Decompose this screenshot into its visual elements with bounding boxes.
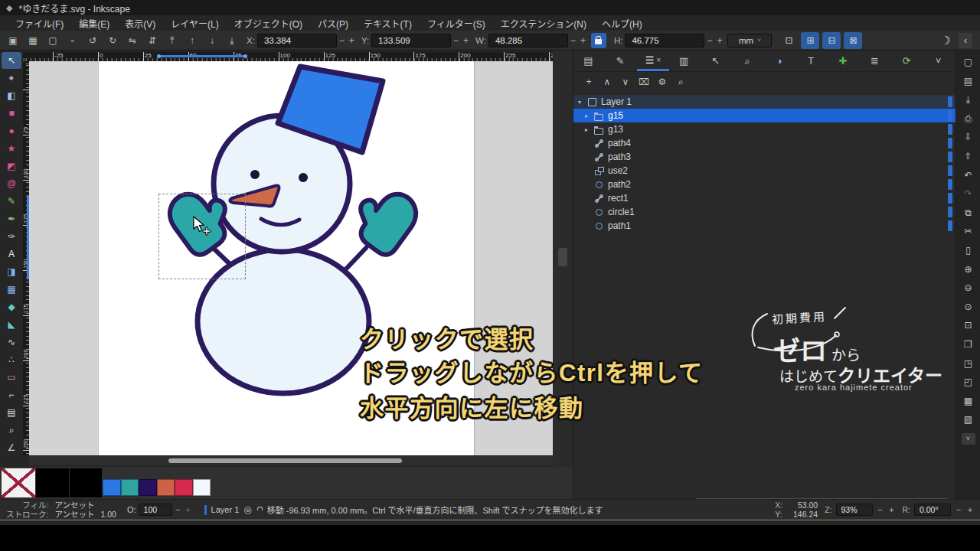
tab-swatches[interactable]: ✎ xyxy=(606,51,638,71)
raise-button[interactable]: ↑ xyxy=(182,33,202,48)
rotation-minus-button[interactable]: − xyxy=(955,505,962,514)
x-plus-button[interactable]: + xyxy=(347,35,357,46)
box-3d-tool[interactable]: ◩ xyxy=(2,158,21,174)
unit-dropdown[interactable]: mm ˅ xyxy=(727,34,772,47)
color-swatch[interactable] xyxy=(157,479,175,496)
menu-file[interactable]: ファイル(F) xyxy=(8,15,71,31)
x-minus-button[interactable]: − xyxy=(337,35,347,46)
star-tool[interactable]: ★ xyxy=(2,140,21,157)
y-minus-button[interactable]: − xyxy=(451,35,461,46)
tab-export[interactable]: ⟳ xyxy=(892,51,924,71)
scale-gradients-toggle[interactable]: ⊟ xyxy=(822,32,841,49)
height-field[interactable]: 46.775 xyxy=(625,34,704,47)
lower-to-bottom-button[interactable]: ⤓ xyxy=(222,33,242,48)
move-down-button[interactable]: ∨ xyxy=(616,74,635,90)
flip-vertical-button[interactable]: ⇵ xyxy=(142,33,162,48)
page-tool[interactable]: ▤ xyxy=(2,404,21,421)
tree-row-g15[interactable]: ▸ g15 xyxy=(573,109,956,122)
select-all-button[interactable]: ▣ xyxy=(3,33,23,48)
tab-find[interactable]: ⌕ xyxy=(733,51,765,71)
y-plus-button[interactable]: + xyxy=(461,35,471,46)
tab-align[interactable]: ≣ xyxy=(860,51,892,71)
zoom-out-button[interactable]: ⊖ xyxy=(960,280,977,295)
spray-tool[interactable]: ∴ xyxy=(2,351,21,368)
shape-builder-tool[interactable]: ◧ xyxy=(2,87,21,104)
rotation-plus-button[interactable]: + xyxy=(966,505,974,514)
text-tool[interactable]: A xyxy=(2,246,21,262)
row-highlight-chip[interactable] xyxy=(948,165,952,176)
row-highlight-chip[interactable] xyxy=(948,207,952,217)
menu-edit[interactable]: 編集(E) xyxy=(71,15,117,31)
node-editor-tool[interactable]: ⌖ xyxy=(2,70,21,86)
h-plus-button[interactable]: + xyxy=(714,35,724,46)
eraser-tool[interactable]: ▭ xyxy=(2,369,21,386)
open-document-button[interactable]: ▤ xyxy=(960,73,977,89)
tree-row-use2[interactable]: use2 xyxy=(573,164,956,178)
menu-extensions[interactable]: エクステンション(N) xyxy=(493,15,594,31)
row-highlight-chip[interactable] xyxy=(948,193,952,204)
new-document-button[interactable]: ▢ xyxy=(960,54,977,70)
collapse-toolbar-button[interactable]: ‹ xyxy=(959,33,972,48)
row-highlight-chip[interactable] xyxy=(948,96,952,107)
menu-help[interactable]: ヘルプ(H) xyxy=(594,15,650,31)
color-swatch[interactable] xyxy=(193,479,211,496)
tree-row-rect1[interactable]: rect1 xyxy=(573,191,956,205)
tab-objects[interactable]: ☰ × xyxy=(637,51,669,71)
w-minus-button[interactable]: − xyxy=(568,35,578,46)
zoom-field[interactable]: 93% xyxy=(836,504,873,516)
row-highlight-chip[interactable] xyxy=(948,110,952,121)
tab-symbols[interactable]: ▥ xyxy=(669,51,701,71)
color-swatch[interactable] xyxy=(175,479,193,496)
tree-row-path4[interactable]: path4 xyxy=(573,136,956,150)
paint-bucket-tool[interactable]: ◣ xyxy=(2,316,21,333)
rotate-cw-button[interactable]: ↻ xyxy=(103,33,122,48)
w-plus-button[interactable]: + xyxy=(578,35,588,46)
menu-filters[interactable]: フィルター(S) xyxy=(420,15,493,31)
tree-row-g13[interactable]: ▸ g13 xyxy=(573,122,956,136)
menu-text[interactable]: テキスト(T) xyxy=(356,15,420,31)
menu-object[interactable]: オブジェクト(O) xyxy=(227,15,310,31)
zoom-in-button[interactable]: ⊕ xyxy=(960,262,977,277)
select-all-layers-button[interactable]: ▦ xyxy=(23,33,43,48)
vertical-ruler[interactable]: 75100125150175200225250 xyxy=(23,61,29,455)
lower-button[interactable]: ↓ xyxy=(202,33,222,48)
opacity-minus-button[interactable]: − xyxy=(175,505,182,514)
scale-stroke-toggle[interactable]: ⊡ xyxy=(779,32,798,49)
paste-button[interactable]: ▯ xyxy=(960,243,977,258)
tree-row-circle1[interactable]: circle1 xyxy=(573,205,956,219)
row-highlight-chip[interactable] xyxy=(948,220,952,231)
pencil-tool[interactable]: ✎ xyxy=(2,193,21,210)
selection-box-toggle[interactable]: ▫ xyxy=(63,33,83,48)
black-swatch[interactable] xyxy=(70,468,102,497)
zoom-page-button[interactable]: ⊙ xyxy=(960,299,977,315)
splitter-handle[interactable] xyxy=(558,248,567,266)
more-chevron-button[interactable]: ˅ xyxy=(962,433,975,445)
black-swatch[interactable] xyxy=(36,468,69,497)
scale-patterns-toggle[interactable]: ⊠ xyxy=(844,32,862,49)
rotate-ccw-button[interactable]: ↺ xyxy=(83,33,103,48)
tab-document[interactable]: ▤ xyxy=(573,51,606,71)
opacity-field[interactable]: 100 xyxy=(139,504,172,516)
import-button[interactable]: ⇩ xyxy=(960,129,977,145)
horizontal-ruler[interactable]: -250255075100125150175200225250 xyxy=(23,52,553,61)
width-field[interactable]: 48.285 xyxy=(488,34,568,47)
tab-extensions[interactable]: ✚ xyxy=(828,51,861,71)
dropper-tool[interactable]: ◆ xyxy=(2,298,21,315)
row-highlight-chip[interactable] xyxy=(948,152,952,162)
row-highlight-chip[interactable] xyxy=(948,138,952,148)
redo-button[interactable]: ↷ xyxy=(960,186,977,201)
color-swatch[interactable] xyxy=(121,479,139,496)
scale-corners-toggle[interactable]: ⊞ xyxy=(801,32,819,49)
ellipse-tool[interactable]: ● xyxy=(2,122,21,139)
deselect-button[interactable]: ▢ xyxy=(43,33,63,48)
layer-visibility-icon[interactable]: ◎ xyxy=(243,504,251,515)
tree-row-layer1[interactable]: ▾ Layer 1 xyxy=(573,95,956,109)
tree-row-path2[interactable]: path2 xyxy=(573,178,956,191)
delete-object-button[interactable]: ⌧ xyxy=(635,74,653,90)
row-highlight-chip[interactable] xyxy=(948,124,952,135)
horizontal-scrollbar[interactable] xyxy=(29,456,553,465)
row-highlight-chip[interactable] xyxy=(948,179,952,190)
fill-stroke-indicator[interactable]: フィル: アンセット ストローク: アンセット 1.00 xyxy=(6,500,116,519)
zoom-plus-button[interactable]: + xyxy=(888,505,896,514)
expander-icon[interactable]: ▸ xyxy=(585,126,593,133)
